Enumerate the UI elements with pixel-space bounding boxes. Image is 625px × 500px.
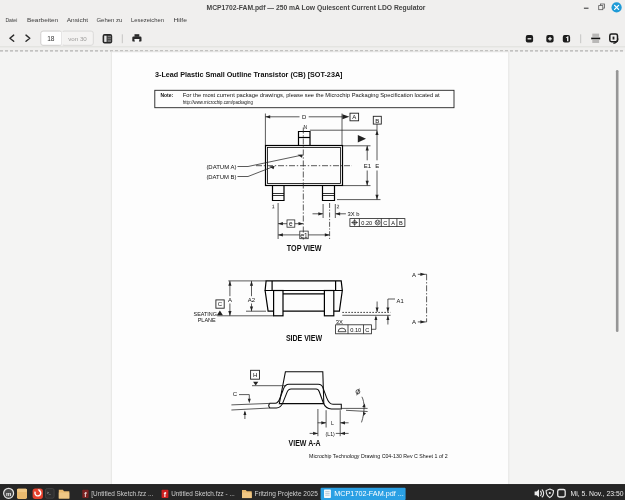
svg-text:A1: A1 [397,298,404,304]
svg-text:Microchip Technology Drawing: Microchip Technology Drawing C04-130 Rev… [309,453,448,459]
svg-text:D: D [302,114,307,120]
svg-text:A: A [412,272,416,278]
svg-text:Bearbeiten: Bearbeiten [27,16,59,23]
svg-text:Gehen zu: Gehen zu [96,16,123,23]
svg-text:2: 2 [336,203,339,209]
svg-text:Ansicht: Ansicht [67,16,89,23]
svg-text:TOP VIEW: TOP VIEW [287,244,322,253]
svg-text:H: H [253,372,257,378]
svg-text:A: A [412,319,416,325]
svg-text:Hilfe: Hilfe [173,16,187,23]
svg-text:3-Lead Plastic Small Outline T: 3-Lead Plastic Small Outline Transistor … [155,70,343,79]
svg-text:MCP1702-FAM.pdf — 250 mA Low Q: MCP1702-FAM.pdf — 250 mA Low Quiescent C… [207,4,426,12]
svg-text:e1: e1 [300,232,308,239]
svg-text:E1: E1 [364,163,372,169]
svg-text:Note:: Note: [160,92,173,98]
svg-text:1: 1 [272,203,275,209]
svg-text:Untitled Sketch.fzz - ...: Untitled Sketch.fzz - ... [171,490,235,497]
svg-text:E: E [375,163,379,169]
svg-text:N: N [303,124,307,130]
svg-text:C: C [383,220,387,226]
svg-text:B: B [375,118,379,124]
svg-text:(DATUM B): (DATUM B) [206,174,236,180]
svg-text:(L1): (L1) [326,431,335,437]
svg-text:Mi, 5. Nov., 23:50: Mi, 5. Nov., 23:50 [571,490,624,497]
svg-text:L: L [331,420,334,426]
svg-text:SEATING: SEATING [194,311,218,317]
svg-text:A: A [352,114,356,120]
svg-text:(DATUM A): (DATUM A) [206,164,236,170]
svg-text:A2: A2 [248,297,256,303]
svg-text:m: m [6,491,11,497]
svg-text:C: C [233,391,238,397]
svg-text:0.20: 0.20 [361,220,372,226]
svg-text:C: C [218,301,223,307]
svg-text:http://www.microchip.com/packa: http://www.microchip.com/packaging [183,99,253,105]
svg-text:Fritzing Projekte 2025: Fritzing Projekte 2025 [254,490,318,498]
svg-text:M: M [376,221,379,225]
svg-text:18: 18 [47,35,55,42]
svg-text:MCP1702-FAM.pdf ...: MCP1702-FAM.pdf ... [334,490,404,498]
svg-text:C: C [365,327,369,333]
svg-text:SIDE VIEW: SIDE VIEW [286,334,322,343]
svg-text:[Untitled Sketch.fzz ...: [Untitled Sketch.fzz ... [91,490,153,498]
svg-text:3X b: 3X b [348,211,360,217]
svg-text:Lesezeichen: Lesezeichen [131,16,164,23]
svg-text:0.10: 0.10 [350,327,361,333]
svg-text:A: A [391,220,395,226]
svg-text:A: A [228,297,232,303]
svg-text:Datei: Datei [5,16,17,23]
svg-text:PLANE: PLANE [198,317,217,323]
svg-text:B: B [399,220,403,226]
svg-text:For the most current package d: For the most current package drawings, p… [183,92,440,98]
svg-text:e: e [289,220,293,227]
svg-text:VIEW A-A: VIEW A-A [289,439,321,448]
svg-text:von 30: von 30 [68,35,87,42]
